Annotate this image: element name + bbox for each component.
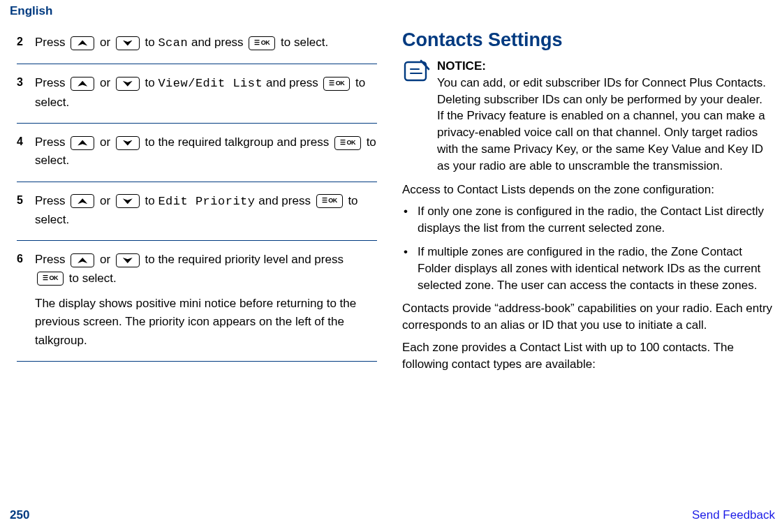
notice-body: NOTICE: You can add, or edit subscriber … — [433, 58, 774, 175]
step-5: 5 Press or to Edit Priority and press OK… — [17, 189, 377, 234]
bullets-zone-configuration: • If only one zone is configured in the … — [402, 203, 774, 293]
up-button-icon — [71, 136, 94, 150]
text: to the required priority level and press — [145, 253, 344, 266]
up-button-icon — [71, 36, 94, 50]
step-4: 4 Press or to the required talkgroup and… — [17, 131, 377, 175]
notice-box: NOTICE: You can add, or edit subscriber … — [402, 58, 774, 175]
step-number: 4 — [17, 133, 35, 170]
down-button-icon — [116, 36, 140, 50]
paragraph-address-book: Contacts provide “address-book” capabili… — [402, 300, 774, 334]
step-body: Press or to the required priority level … — [35, 251, 377, 350]
up-button-icon — [71, 253, 94, 267]
menu-code: Edit Priority — [158, 195, 255, 208]
page-root: English 2 Press or to Scan and press OK … — [0, 0, 782, 532]
notice-label: NOTICE: — [437, 59, 486, 73]
ok-button-icon: OK — [37, 272, 64, 286]
text: and press — [266, 76, 321, 89]
bullet-marker: • — [402, 203, 418, 237]
step-separator — [17, 64, 377, 64]
step-3: 3 Press or to View/Edit List and press O… — [17, 71, 377, 116]
step-body: Press or to View/Edit List and press OK … — [35, 74, 377, 112]
bullet-text: If multiple zones are configured in the … — [418, 244, 774, 293]
text: to select. — [281, 36, 328, 49]
text: to — [145, 76, 158, 89]
page-number: 250 — [10, 508, 29, 522]
bullet-item: • If multiple zones are configured in th… — [402, 244, 774, 293]
down-button-icon — [116, 194, 140, 208]
text: and press — [191, 36, 246, 49]
text: or — [100, 194, 114, 207]
step-body: Press or to the required talkgroup and p… — [35, 133, 377, 170]
ok-button-icon: OK — [323, 77, 350, 91]
step-separator — [17, 182, 377, 182]
text: Press — [35, 253, 68, 266]
text: or — [100, 135, 114, 149]
up-button-icon — [71, 77, 94, 91]
text: to the required talkgroup and press — [145, 135, 332, 149]
notice-paragraph-2: If the Privacy feature is enabled on a c… — [437, 109, 765, 172]
step-result-note: The display shows positive mini notice b… — [35, 295, 377, 350]
step-number: 6 — [17, 251, 35, 350]
page-footer: 250 Send Feedback — [10, 508, 775, 522]
text: or — [100, 253, 114, 266]
step-number: 3 — [17, 74, 35, 112]
down-button-icon — [116, 253, 140, 267]
text: and press — [258, 194, 313, 207]
step-number: 2 — [17, 34, 35, 52]
left-column-steps: 2 Press or to Scan and press OK to selec… — [17, 31, 395, 378]
bullet-marker: • — [402, 244, 418, 293]
ok-button-icon: OK — [334, 136, 361, 150]
text: to — [145, 36, 158, 49]
ok-button-icon: OK — [249, 36, 275, 50]
text: to — [145, 194, 158, 207]
svg-rect-0 — [405, 62, 426, 80]
header-language: English — [7, 0, 775, 18]
down-button-icon — [116, 77, 140, 91]
text: Press — [35, 76, 68, 89]
text: Press — [35, 36, 68, 49]
menu-code: Scan — [158, 36, 188, 50]
step-6: 6 Press or to the required priority leve… — [17, 248, 377, 354]
text: or — [100, 36, 114, 49]
text: or — [100, 76, 114, 89]
up-button-icon — [71, 194, 94, 208]
menu-code: View/Edit List — [158, 77, 263, 90]
text: Press — [35, 135, 68, 149]
step-number: 5 — [17, 192, 35, 230]
step-body: Press or to Scan and press OK to select. — [35, 34, 377, 52]
notice-icon — [402, 58, 433, 175]
step-separator — [17, 240, 377, 241]
down-button-icon — [116, 136, 140, 150]
notice-paragraph-1: You can add, or edit subscriber IDs for … — [437, 76, 766, 106]
ok-button-icon: OK — [316, 194, 343, 208]
paragraph-contact-list-limit: Each zone provides a Contact List with u… — [402, 339, 774, 373]
step-separator — [17, 123, 377, 124]
bullet-item: • If only one zone is configured in the … — [402, 203, 774, 237]
send-feedback-link[interactable]: Send Feedback — [692, 508, 775, 522]
two-column-layout: 2 Press or to Scan and press OK to selec… — [7, 31, 775, 378]
bullet-text: If only one zone is configured in the ra… — [418, 203, 774, 237]
step-body: Press or to Edit Priority and press OK t… — [35, 192, 377, 230]
text: Press — [35, 194, 68, 207]
section-heading-contacts-settings: Contacts Settings — [402, 29, 774, 51]
step-separator — [17, 361, 377, 362]
text: to select. — [69, 272, 117, 285]
paragraph-access-contact-lists: Access to Contact Lists depends on the z… — [402, 182, 774, 198]
step-2: 2 Press or to Scan and press OK to selec… — [17, 31, 377, 57]
right-column-contacts: Contacts Settings NOTICE: You can add, o… — [395, 31, 774, 378]
